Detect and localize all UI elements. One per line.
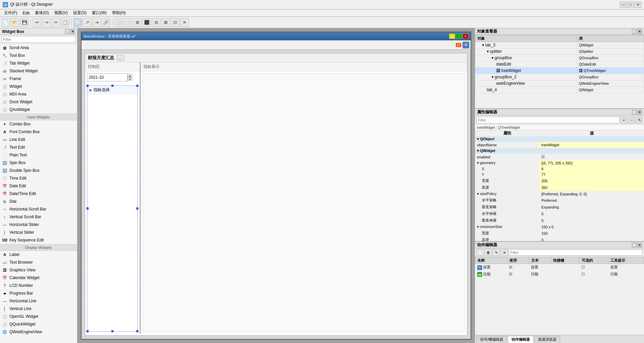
form-title-more-button[interactable]: ... xyxy=(117,55,124,61)
property-remove-button[interactable]: − xyxy=(628,117,635,123)
widget-item-fontcombo[interactable]: A Font Combo Box xyxy=(0,128,77,136)
table-row[interactable]: 🖼 treeWidget 🖼 QTreeWidget xyxy=(475,68,644,74)
toolbar-layout-gsplitter[interactable]: ⊠ xyxy=(161,18,170,27)
widget-item-stacked[interactable]: 🗂 Stacked Widget xyxy=(0,67,77,75)
widget-box-float[interactable]: ⬜ xyxy=(65,29,70,34)
widget-item-vslider[interactable]: │ Vertical Slider xyxy=(0,229,77,236)
spinner-up[interactable]: ▲ xyxy=(128,74,132,77)
prop-value-width-geo[interactable]: 205 xyxy=(539,178,644,184)
table-row[interactable]: 高度 0 xyxy=(475,237,644,241)
prop-value-vpolicy[interactable]: Expanding xyxy=(539,204,644,211)
widget-item-vline[interactable]: │ Vertical Line xyxy=(0,305,77,313)
tab-resource-browser[interactable]: 资源浏览器 xyxy=(534,336,560,343)
prop-value-y[interactable]: 77 xyxy=(539,172,644,178)
widget-item-qaxwidget[interactable]: ⬜ QAxWidget xyxy=(0,106,77,114)
widget-item-dial[interactable]: ◎ Dial xyxy=(0,198,77,205)
prop-value-height-geo[interactable]: 392 xyxy=(539,184,644,191)
widget-item-qquickwidget[interactable]: ⬜ QQuickWidget xyxy=(0,320,77,328)
property-edit-button[interactable]: ✎ xyxy=(636,117,643,123)
toolbar-layout-vbox[interactable]: ⬜ xyxy=(124,18,132,27)
widget-item-keyseqedit[interactable]: ⌨ Key Sequence Edit xyxy=(0,236,77,244)
inspector-close-button[interactable]: ✕ xyxy=(637,29,642,34)
widget-item-graphicsview[interactable]: 🖼 Graphics View xyxy=(0,266,77,274)
close-button[interactable]: ✕ xyxy=(635,2,641,8)
toolbar-edit-signal[interactable]: ↗ xyxy=(83,18,92,27)
widget-item-opengl[interactable]: ⬜ OpenGL Widget xyxy=(0,313,77,320)
table-row[interactable]: 宽度 150 xyxy=(475,230,644,237)
widget-item-tabwidget[interactable]: 📑 Tab Widget xyxy=(0,60,77,67)
prop-value-minheight[interactable]: 0 xyxy=(539,237,644,241)
toolbar-edit-widget[interactable]: ⬜ xyxy=(73,18,82,27)
widget-item-datetimeedit[interactable]: 📅 Date/Time Edit xyxy=(0,190,77,198)
action-edit-button[interactable]: ✎ xyxy=(493,249,500,256)
date-spinner[interactable]: ▲ ▼ xyxy=(128,74,132,81)
table-row[interactable]: 水平策略 Preferred xyxy=(475,197,644,204)
widget-item-dockwidget[interactable]: ⬜ Dock Widget xyxy=(0,98,77,106)
prop-value-hpolicy[interactable]: Preferred xyxy=(539,197,644,204)
toolbar-layout-fill[interactable]: ⬛ xyxy=(142,18,151,27)
menu-help[interactable]: 帮助(H) xyxy=(109,9,129,16)
table-row[interactable]: ▾ sizePolicy [Preferred, Expanding, 0, 0… xyxy=(475,191,644,197)
widget-item-hline[interactable]: — Horizontal Line xyxy=(0,297,77,305)
prop-value-minsize[interactable]: 150 x 0 xyxy=(539,224,644,230)
toolbar-open[interactable]: 📂 xyxy=(11,18,20,27)
action-used-settings[interactable]: ☑ xyxy=(507,264,529,271)
gear-settings-button[interactable]: ⚙ xyxy=(463,42,469,48)
toolbar-new[interactable]: 📄 xyxy=(1,18,10,27)
table-row[interactable]: ▾ minimumSize 150 x 0 xyxy=(475,224,644,230)
table-row[interactable]: ▾ groupBox QGroupBox xyxy=(475,55,644,61)
toolbar-cut[interactable]: ✂ xyxy=(52,18,60,27)
date-edit-widget[interactable]: 2021-10 xyxy=(87,73,128,81)
toolbar-undo[interactable]: ↩ xyxy=(33,18,41,27)
table-row[interactable]: objectName treeWidget xyxy=(475,142,644,148)
widget-item-calendarwidget[interactable]: 📅 Calendar Widget xyxy=(0,274,77,282)
prop-value-sizepolicy[interactable]: [Preferred, Expanding, 0, 0] xyxy=(539,191,644,197)
widget-box-close[interactable]: ✕ xyxy=(70,29,75,34)
property-editor-close[interactable]: ✕ xyxy=(637,110,642,115)
table-row[interactable]: webEngineView QWebEngineView xyxy=(475,80,644,87)
action-editor-close[interactable]: ✕ xyxy=(637,243,642,247)
action-checkable-settings[interactable]: ☐ xyxy=(579,264,608,271)
action-delete-button[interactable]: 🗑 xyxy=(484,249,492,256)
menu-window[interactable]: 窗口(W) xyxy=(89,9,109,16)
toolbar-layout-hbox[interactable]: ⬜ xyxy=(114,18,123,27)
dw-close-button[interactable]: ✕ xyxy=(463,34,469,39)
menu-form[interactable]: 窗体(O) xyxy=(32,9,52,16)
action-used-date[interactable]: ☑ xyxy=(507,271,529,278)
prop-value-hstretch[interactable]: 0 xyxy=(539,211,644,217)
menu-edit[interactable]: Edit xyxy=(20,10,32,16)
widget-item-label[interactable]: A Label xyxy=(0,251,77,259)
table-row[interactable]: enabled ☑ xyxy=(475,154,644,160)
widget-item-spinbox[interactable]: 🔢 Spin Box xyxy=(0,159,77,167)
inspector-float-button[interactable]: ⬜ xyxy=(632,29,637,34)
table-row[interactable]: ▾ geometry [(6, 77), 205 x 392] xyxy=(475,160,644,166)
table-row[interactable]: 垂直伸展 0 xyxy=(475,217,644,224)
action-new-button[interactable]: 📄 xyxy=(476,249,484,256)
toolbar-copy[interactable]: 📋 xyxy=(61,18,70,27)
widget-item-doublespinbox[interactable]: 🔢 Double Spin Box xyxy=(0,167,77,175)
property-editor-float[interactable]: ⬜ xyxy=(632,110,637,115)
table-row[interactable]: 高度 392 xyxy=(475,184,644,191)
widget-item-textbrowser[interactable]: 📖 Text Browser xyxy=(0,259,77,266)
widget-item-textedit[interactable]: 📝 Text Edit xyxy=(0,144,77,151)
prop-value-enabled[interactable]: ☑ xyxy=(539,154,644,160)
widget-item-plaintext[interactable]: 📄 Plain Text xyxy=(0,151,77,159)
prop-value-x[interactable]: 6 xyxy=(539,166,644,172)
menu-file[interactable]: 文件(F) xyxy=(1,9,20,16)
widget-item-frame[interactable]: ▭ Frame xyxy=(0,75,77,83)
prop-value-vstretch[interactable]: 0 xyxy=(539,217,644,224)
design-canvas[interactable]: 财报月度汇总 ... 控制区 2021-10 ▲ ▼ xyxy=(81,50,471,339)
spinner-down[interactable]: ▼ xyxy=(128,77,132,81)
table-row[interactable]: 水平伸展 0 xyxy=(475,211,644,217)
widget-item-vscrollbar[interactable]: ↕ Vertical Scroll Bar xyxy=(0,213,77,221)
table-row[interactable]: X 6 xyxy=(475,166,644,172)
maximize-button[interactable]: □ xyxy=(627,2,634,8)
toolbar-layout-vsplitter[interactable]: ⊡ xyxy=(171,18,179,27)
toolbar-layout-grid[interactable]: ⊟ xyxy=(152,18,161,27)
action-editor-float[interactable]: ⬜ xyxy=(632,243,637,247)
dw-minimize-button[interactable]: — xyxy=(449,34,455,39)
widget-item-lcdnumber[interactable]: 7 LCD Number xyxy=(0,282,77,290)
tree-widget[interactable]: ▶ 指标选择 xyxy=(87,85,138,332)
table-row[interactable]: Y 77 xyxy=(475,172,644,178)
toolbar-save[interactable]: 💾 xyxy=(20,18,29,27)
